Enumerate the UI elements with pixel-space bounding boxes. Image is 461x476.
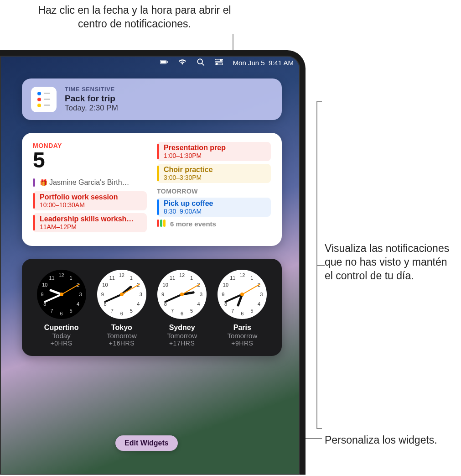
menubar: Mon Jun 5 9:41 AM: [0, 56, 300, 69]
reminders-app-icon: [31, 87, 57, 112]
calendar-event[interactable]: 🎁Jasmine Garcia's Birth…: [33, 177, 147, 188]
callout-widgets: Personaliza los widgets.: [325, 434, 443, 447]
clock-offset: +16HRS: [93, 340, 150, 347]
clock-paris: 123456789101112 Paris Tomorrow +9HRS: [214, 270, 271, 347]
svg-point-3: [197, 59, 202, 64]
clock-relative-day: Tomorrow: [214, 332, 271, 340]
wifi-icon: [178, 58, 186, 68]
clock-offset: +17HRS: [153, 340, 210, 347]
calendar-dayname: MONDAY: [33, 142, 147, 149]
world-clock-widget[interactable]: 123456789101112 Cupertino Today +0HRS 12…: [22, 259, 282, 356]
clock-city: Cupertino: [33, 324, 90, 332]
calendar-event[interactable]: Leadership skills worksh…11AM–12PM: [33, 213, 147, 232]
calendar-event[interactable]: Presentation prep1:00–1:30PM: [157, 142, 271, 161]
calendar-event[interactable]: Choir practice3:00–3:30PM: [157, 164, 271, 183]
svg-rect-2: [166, 61, 167, 63]
clock-sydney: 123456789101112 Sydney Tomorrow +17HRS: [153, 270, 210, 347]
calendar-event[interactable]: Pick up coffee8:30–9:00AM: [157, 198, 271, 217]
menubar-datetime[interactable]: Mon Jun 5 9:41 AM: [233, 59, 294, 67]
notification-tag: TIME SENSITIVE: [65, 86, 118, 93]
clock-city: Sydney: [153, 324, 210, 332]
clock-relative-day: Tomorrow: [153, 332, 210, 340]
clock-offset: +9HRS: [214, 340, 271, 347]
svg-line-4: [202, 63, 204, 65]
clock-face: 123456789101112: [218, 270, 267, 319]
edit-widgets-button[interactable]: Edit Widgets: [115, 435, 178, 451]
clock-tokyo: 123456789101112 Tokyo Tomorrow +16HRS: [93, 270, 150, 347]
menubar-date: Mon Jun 5: [233, 59, 265, 67]
svg-rect-1: [161, 61, 166, 63]
clock-face: 123456789101112: [97, 270, 146, 319]
more-events-label: 6 more events: [170, 220, 216, 228]
clock-relative-day: Today: [33, 332, 90, 340]
svg-point-8: [216, 63, 218, 65]
notification-subtitle: Today, 2:30 PM: [65, 104, 118, 113]
device-frame: Mon Jun 5 9:41 AM TIME SENSITIVE Pack fo…: [0, 50, 306, 475]
clock-city: Tokyo: [93, 324, 150, 332]
bracket: [316, 101, 317, 429]
tomorrow-header: TOMORROW: [157, 188, 271, 195]
callout-notifications: Visualiza las notificaciones que no has …: [325, 242, 452, 283]
clock-face: 123456789101112: [157, 270, 207, 319]
clock-offset: +0HRS: [33, 340, 90, 347]
svg-point-6: [220, 59, 222, 61]
control-center-icon[interactable]: [215, 58, 223, 68]
clock-face: 123456789101112: [37, 270, 86, 319]
clock-cupertino: 123456789101112 Cupertino Today +0HRS: [33, 270, 90, 347]
notification-title: Pack for trip: [65, 94, 118, 104]
reminder-notification[interactable]: TIME SENSITIVE Pack for trip Today, 2:30…: [22, 78, 282, 120]
calendar-event[interactable]: Portfolio work session10:00–10:30AM: [33, 191, 147, 210]
search-icon[interactable]: [197, 58, 205, 68]
calendar-daynum: 5: [33, 149, 147, 171]
calendar-widget[interactable]: MONDAY 5 🎁Jasmine Garcia's Birth…Portfol…: [22, 133, 282, 246]
more-events[interactable]: 6 more events: [157, 220, 271, 228]
clock-relative-day: Tomorrow: [93, 332, 150, 340]
clock-city: Paris: [214, 324, 271, 332]
callout-datetime: Haz clic en la fecha y la hora para abri…: [36, 4, 233, 31]
battery-icon: [160, 58, 168, 68]
gift-icon: 🎁: [40, 179, 47, 186]
notification-center: TIME SENSITIVE Pack for trip Today, 2:30…: [22, 78, 282, 356]
menubar-time: 9:41 AM: [269, 59, 294, 67]
